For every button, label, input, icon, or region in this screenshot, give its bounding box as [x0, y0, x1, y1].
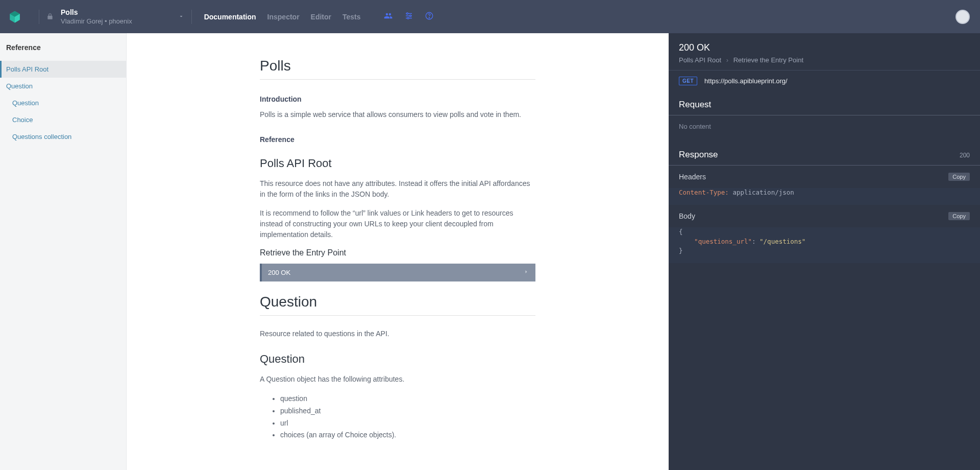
- list-item: published_at: [280, 405, 535, 417]
- intro-text: Polls is a simple web service that allow…: [260, 109, 535, 120]
- status-row-label: 200 OK: [268, 269, 290, 276]
- team-icon[interactable]: [384, 11, 393, 22]
- project-dropdown-icon[interactable]: [178, 13, 184, 21]
- breadcrumb-item[interactable]: Retrieve the Entry Point: [733, 56, 803, 64]
- question-attr-text: A Question object has the following attr…: [260, 374, 535, 385]
- sidebar-item-polls-api-root[interactable]: Polls API Root: [0, 61, 126, 78]
- response-status: 200 OK: [679, 42, 970, 53]
- app-header: Polls Vladimir Gorej • phoenix Documenta…: [0, 0, 980, 33]
- sidebar-heading: Reference: [0, 43, 126, 61]
- copy-headers-button[interactable]: Copy: [948, 173, 970, 181]
- nav-documentation[interactable]: Documentation: [204, 13, 256, 21]
- header-icon-group: [384, 11, 434, 22]
- list-item: url: [280, 417, 535, 430]
- sidebar-item-question[interactable]: Question: [0, 78, 126, 95]
- response-code: 200: [960, 152, 970, 159]
- project-title-block[interactable]: Polls Vladimir Gorej • phoenix: [61, 8, 132, 25]
- reference-heading: Reference: [260, 135, 535, 144]
- breadcrumb-item[interactable]: Polls API Root: [679, 56, 721, 64]
- request-section-header: Request: [669, 91, 980, 115]
- entry-point-heading: Retrieve the Entry Point: [260, 248, 535, 257]
- svg-point-8: [407, 17, 409, 19]
- copy-body-button[interactable]: Copy: [948, 212, 970, 220]
- request-no-content: No content: [669, 115, 980, 142]
- response-section-header: Response 200: [669, 142, 980, 166]
- sidebar: Reference Polls API Root Question Questi…: [0, 33, 127, 470]
- doc-title: Polls: [260, 58, 535, 80]
- question-heading: Question: [260, 353, 535, 366]
- user-avatar[interactable]: [955, 10, 970, 24]
- request-url: https://polls.apiblueprint.org/: [704, 77, 788, 85]
- sidebar-item-questions-collection[interactable]: Questions collection: [0, 128, 126, 145]
- nav-inspector[interactable]: Inspector: [267, 13, 300, 21]
- example-panel: 200 OK Polls API Root › Retrieve the Ent…: [669, 33, 980, 470]
- request-url-row: GET https://polls.apiblueprint.org/: [669, 70, 980, 91]
- headers-code: Content-Type: application/json: [669, 188, 980, 205]
- headers-subheader: Headers Copy: [669, 166, 980, 188]
- list-item: question: [280, 393, 535, 405]
- nav-editor[interactable]: Editor: [311, 13, 331, 21]
- header-separator: [191, 10, 192, 24]
- body-subheader: Body Copy: [669, 205, 980, 227]
- http-method-badge: GET: [679, 77, 697, 85]
- root-paragraph-2: It is recommend to follow the “url” link…: [260, 208, 535, 240]
- chevron-right-icon: ›: [726, 56, 728, 64]
- breadcrumb: Polls API Root › Retrieve the Entry Poin…: [679, 56, 970, 64]
- apiary-logo-icon[interactable]: [8, 10, 21, 24]
- root-paragraph-1: This resource does not have any attribut…: [260, 178, 535, 200]
- intro-heading: Introduction: [260, 95, 535, 103]
- question-group-text: Resource related to questions in the API…: [260, 328, 535, 339]
- nav-tests[interactable]: Tests: [342, 13, 361, 21]
- help-icon[interactable]: [425, 11, 434, 22]
- doc-content[interactable]: Polls Introduction Polls is a simple web…: [127, 33, 669, 470]
- lock-icon: [46, 12, 54, 21]
- polls-api-root-heading: Polls API Root: [260, 157, 535, 170]
- sidebar-item-choice[interactable]: Choice: [0, 111, 126, 128]
- project-title: Polls: [61, 8, 132, 17]
- svg-point-6: [406, 13, 408, 14]
- main-nav: Documentation Inspector Editor Tests: [204, 13, 361, 21]
- question-attributes-list: question published_at url choices (an ar…: [260, 393, 535, 441]
- question-group-heading: Question: [260, 294, 535, 316]
- settings-icon[interactable]: [404, 11, 413, 22]
- status-row-button[interactable]: 200 OK: [260, 264, 535, 281]
- header-separator: [39, 10, 39, 24]
- chevron-right-icon: [523, 269, 529, 276]
- list-item: choices (an array of Choice objects).: [280, 429, 535, 441]
- project-subtitle: Vladimir Gorej • phoenix: [61, 17, 132, 26]
- svg-point-10: [429, 17, 429, 18]
- body-code: { "questions_url": "/questions" }: [669, 227, 980, 263]
- sidebar-item-question-sub[interactable]: Question: [0, 95, 126, 111]
- svg-point-7: [409, 15, 411, 17]
